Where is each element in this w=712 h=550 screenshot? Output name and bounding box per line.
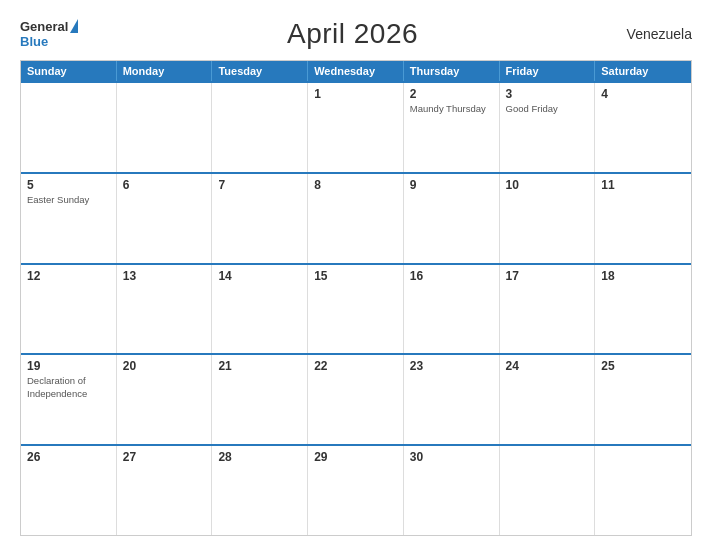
cell-w4-mon: 20 — [117, 355, 213, 444]
cell-w4-fri: 24 — [500, 355, 596, 444]
col-header-friday: Friday — [500, 61, 596, 81]
logo-general-text: General — [20, 20, 68, 34]
logo-triangle-icon — [70, 19, 78, 33]
cell-w4-sun: 19 Declaration of Independence — [21, 355, 117, 444]
date-24: 24 — [506, 359, 589, 373]
cell-w5-thu: 30 — [404, 446, 500, 535]
cell-w5-tue: 28 — [212, 446, 308, 535]
date-1: 1 — [314, 87, 397, 101]
event-easter: Easter Sunday — [27, 194, 110, 206]
week-1: 1 2 Maundy Thursday 3 Good Friday 4 — [21, 81, 691, 172]
date-2: 2 — [410, 87, 493, 101]
date-12: 12 — [27, 269, 110, 283]
logo-blue-text: Blue — [20, 35, 78, 49]
date-11: 11 — [601, 178, 685, 192]
cell-w2-mon: 6 — [117, 174, 213, 263]
date-8: 8 — [314, 178, 397, 192]
cell-w5-sat — [595, 446, 691, 535]
cell-w2-thu: 9 — [404, 174, 500, 263]
cell-w3-sun: 12 — [21, 265, 117, 354]
cell-w3-wed: 15 — [308, 265, 404, 354]
cell-w3-sat: 18 — [595, 265, 691, 354]
date-30: 30 — [410, 450, 493, 464]
cell-w5-fri — [500, 446, 596, 535]
country-label: Venezuela — [627, 26, 692, 42]
date-3: 3 — [506, 87, 589, 101]
cell-w4-sat: 25 — [595, 355, 691, 444]
cell-w1-fri: 3 Good Friday — [500, 83, 596, 172]
logo: General Blue — [20, 19, 78, 49]
date-18: 18 — [601, 269, 685, 283]
cell-w5-wed: 29 — [308, 446, 404, 535]
cell-w4-tue: 21 — [212, 355, 308, 444]
date-22: 22 — [314, 359, 397, 373]
cell-w2-wed: 8 — [308, 174, 404, 263]
event-declaration: Declaration of Independence — [27, 375, 110, 400]
col-header-thursday: Thursday — [404, 61, 500, 81]
calendar-body: 1 2 Maundy Thursday 3 Good Friday 4 5 — [21, 81, 691, 535]
cell-w4-wed: 22 — [308, 355, 404, 444]
date-20: 20 — [123, 359, 206, 373]
cell-w2-tue: 7 — [212, 174, 308, 263]
cell-w3-tue: 14 — [212, 265, 308, 354]
week-5: 26 27 28 29 30 — [21, 444, 691, 535]
cell-w2-fri: 10 — [500, 174, 596, 263]
event-good-friday: Good Friday — [506, 103, 589, 115]
header: General Blue April 2026 Venezuela — [20, 18, 692, 50]
col-header-tuesday: Tuesday — [212, 61, 308, 81]
date-19: 19 — [27, 359, 110, 373]
cell-w1-sat: 4 — [595, 83, 691, 172]
date-13: 13 — [123, 269, 206, 283]
cell-w3-fri: 17 — [500, 265, 596, 354]
col-header-monday: Monday — [117, 61, 213, 81]
date-6: 6 — [123, 178, 206, 192]
cell-w1-sun — [21, 83, 117, 172]
date-17: 17 — [506, 269, 589, 283]
week-4: 19 Declaration of Independence 20 21 22 … — [21, 353, 691, 444]
date-25: 25 — [601, 359, 685, 373]
cell-w1-tue — [212, 83, 308, 172]
col-header-wednesday: Wednesday — [308, 61, 404, 81]
date-14: 14 — [218, 269, 301, 283]
date-21: 21 — [218, 359, 301, 373]
cell-w3-thu: 16 — [404, 265, 500, 354]
date-16: 16 — [410, 269, 493, 283]
date-26: 26 — [27, 450, 110, 464]
cell-w1-thu: 2 Maundy Thursday — [404, 83, 500, 172]
date-9: 9 — [410, 178, 493, 192]
date-10: 10 — [506, 178, 589, 192]
page: General Blue April 2026 Venezuela Sunday… — [0, 0, 712, 550]
date-28: 28 — [218, 450, 301, 464]
date-23: 23 — [410, 359, 493, 373]
cell-w2-sat: 11 — [595, 174, 691, 263]
cell-w5-sun: 26 — [21, 446, 117, 535]
col-header-saturday: Saturday — [595, 61, 691, 81]
date-7: 7 — [218, 178, 301, 192]
cell-w1-mon — [117, 83, 213, 172]
col-header-sunday: Sunday — [21, 61, 117, 81]
date-5: 5 — [27, 178, 110, 192]
calendar-title: April 2026 — [287, 18, 418, 50]
week-3: 12 13 14 15 16 17 18 — [21, 263, 691, 354]
date-15: 15 — [314, 269, 397, 283]
date-29: 29 — [314, 450, 397, 464]
cell-w2-sun: 5 Easter Sunday — [21, 174, 117, 263]
date-4: 4 — [601, 87, 685, 101]
calendar: Sunday Monday Tuesday Wednesday Thursday… — [20, 60, 692, 536]
date-27: 27 — [123, 450, 206, 464]
cell-w5-mon: 27 — [117, 446, 213, 535]
week-2: 5 Easter Sunday 6 7 8 9 10 — [21, 172, 691, 263]
cell-w1-wed: 1 — [308, 83, 404, 172]
calendar-header-row: Sunday Monday Tuesday Wednesday Thursday… — [21, 61, 691, 81]
cell-w4-thu: 23 — [404, 355, 500, 444]
cell-w3-mon: 13 — [117, 265, 213, 354]
event-maundy: Maundy Thursday — [410, 103, 493, 115]
